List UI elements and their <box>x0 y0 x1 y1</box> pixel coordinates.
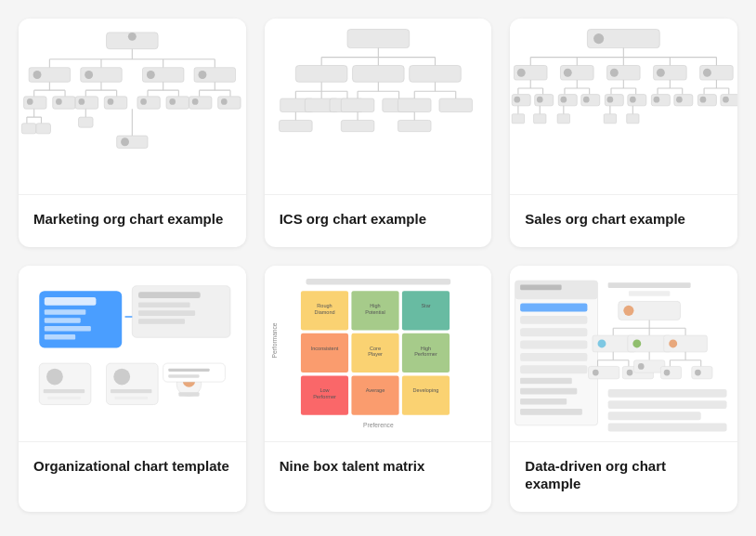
svg-rect-154 <box>513 113 525 123</box>
card-label-sales: Sales org chart example <box>510 195 737 247</box>
svg-rect-86 <box>398 98 431 111</box>
card-label-data-driven: Data-driven org chart example <box>510 442 737 512</box>
svg-rect-228 <box>608 282 691 288</box>
svg-rect-186 <box>163 363 226 382</box>
svg-point-39 <box>169 98 176 105</box>
card-preview-data-driven <box>510 266 737 442</box>
svg-point-128 <box>583 96 590 102</box>
svg-rect-167 <box>45 326 91 332</box>
svg-rect-165 <box>45 309 85 315</box>
svg-text:Performance: Performance <box>271 322 278 358</box>
svg-point-112 <box>703 68 711 76</box>
svg-rect-220 <box>520 328 587 336</box>
svg-point-15 <box>198 71 206 79</box>
svg-rect-264 <box>608 412 701 420</box>
svg-rect-188 <box>168 374 199 377</box>
svg-rect-156 <box>534 113 546 123</box>
card-label-ics: ICS org chart example <box>265 195 492 247</box>
svg-rect-166 <box>45 318 81 323</box>
svg-point-45 <box>192 98 199 105</box>
svg-text:Rough: Rough <box>317 303 332 308</box>
svg-point-21 <box>27 98 33 105</box>
card-preview-marketing <box>19 19 246 195</box>
svg-text:High: High <box>370 303 380 308</box>
svg-rect-89 <box>279 120 312 131</box>
card-ics-org[interactable]: ICS org chart example <box>265 19 492 247</box>
svg-text:Developing: Developing <box>412 387 438 393</box>
svg-rect-87 <box>439 98 473 111</box>
svg-text:Inconsistent: Inconsistent <box>310 346 338 351</box>
svg-text:Performer: Performer <box>313 394 336 399</box>
svg-point-231 <box>624 306 634 316</box>
card-marketing-org[interactable]: Marketing org chart example <box>19 19 246 247</box>
svg-rect-158 <box>557 113 569 123</box>
svg-rect-176 <box>44 389 85 393</box>
svg-rect-181 <box>114 397 148 399</box>
card-label-nine-box: Nine box talent matrix <box>265 442 492 494</box>
svg-rect-66 <box>352 65 404 82</box>
svg-point-259 <box>664 370 671 376</box>
svg-rect-187 <box>168 369 209 372</box>
svg-point-1 <box>128 32 137 40</box>
svg-rect-52 <box>21 123 36 133</box>
svg-point-126 <box>561 96 567 102</box>
svg-point-261 <box>695 370 701 376</box>
svg-text:Potential: Potential <box>365 309 385 315</box>
svg-point-108 <box>610 68 619 76</box>
card-label-marketing: Marketing org chart example <box>19 195 246 247</box>
svg-rect-260 <box>692 366 712 378</box>
svg-rect-229 <box>629 291 670 296</box>
svg-rect-217 <box>520 285 561 291</box>
svg-point-150 <box>700 96 707 102</box>
svg-rect-172 <box>138 310 195 316</box>
svg-point-120 <box>537 96 543 102</box>
svg-rect-226 <box>520 399 567 405</box>
svg-rect-262 <box>608 389 727 398</box>
svg-text:Player: Player <box>368 351 383 357</box>
svg-point-104 <box>517 68 526 76</box>
svg-point-238 <box>598 340 606 348</box>
svg-rect-93 <box>398 120 431 131</box>
svg-point-240 <box>633 340 642 348</box>
svg-rect-164 <box>45 297 97 306</box>
svg-text:Core: Core <box>370 346 381 351</box>
svg-rect-225 <box>520 388 577 395</box>
svg-point-248 <box>593 370 599 376</box>
card-preview-nine-box: Performance Preference Rough Diamond Hig <box>265 266 492 442</box>
card-nine-box[interactable]: Performance Preference Rough Diamond Hig <box>265 266 492 512</box>
svg-text:Average: Average <box>365 387 385 393</box>
svg-rect-185 <box>178 392 199 396</box>
svg-rect-55 <box>79 117 94 127</box>
svg-text:Star: Star <box>421 303 430 308</box>
svg-rect-223 <box>520 365 587 373</box>
svg-point-110 <box>657 68 665 76</box>
card-preview-org-template <box>19 266 246 442</box>
svg-point-106 <box>564 68 572 76</box>
card-preview-sales <box>510 19 737 195</box>
card-data-driven[interactable]: Data-driven org chart example <box>510 266 737 512</box>
svg-rect-263 <box>608 400 727 409</box>
svg-point-242 <box>670 340 678 348</box>
svg-point-13 <box>147 71 155 79</box>
card-sales-org[interactable]: Sales org chart example <box>510 19 737 247</box>
svg-point-253 <box>638 363 645 370</box>
svg-text:Low: Low <box>319 387 330 393</box>
svg-point-23 <box>56 98 62 105</box>
svg-rect-170 <box>138 292 201 298</box>
svg-point-136 <box>630 96 636 102</box>
svg-rect-173 <box>138 319 185 324</box>
svg-point-29 <box>79 98 85 105</box>
svg-point-95 <box>593 33 604 44</box>
svg-rect-189 <box>306 279 450 285</box>
svg-rect-194 <box>402 291 450 330</box>
svg-rect-59 <box>347 29 410 47</box>
svg-rect-180 <box>111 389 151 393</box>
svg-rect-168 <box>45 334 75 340</box>
svg-point-9 <box>33 71 42 79</box>
svg-rect-177 <box>47 397 81 399</box>
card-org-template[interactable]: Organizational chart template <box>19 266 246 512</box>
svg-rect-200 <box>402 375 450 414</box>
svg-point-11 <box>85 71 93 79</box>
svg-point-250 <box>627 370 633 376</box>
svg-text:Diamond: Diamond <box>314 309 334 315</box>
